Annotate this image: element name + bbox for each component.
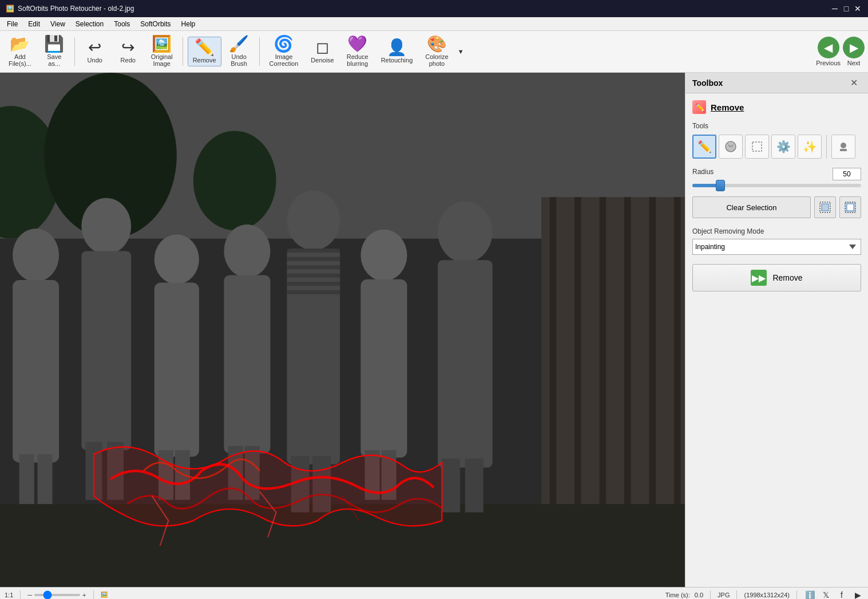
- menu-tools[interactable]: Tools: [109, 19, 134, 29]
- toolbar-undo-brush[interactable]: 🖌️ Undo Brush: [224, 33, 255, 70]
- reduce-blurring-icon: 💜: [347, 36, 367, 52]
- twitter-icon[interactable]: 𝕏: [820, 589, 831, 600]
- clear-selection-button[interactable]: Clear Selection: [692, 196, 811, 218]
- svg-point-50: [841, 143, 846, 148]
- menu-help[interactable]: Help: [177, 19, 200, 29]
- svg-rect-19: [81, 251, 131, 450]
- svg-rect-33: [312, 456, 331, 512]
- toolbar-save-as[interactable]: 💾 Save as...: [39, 33, 70, 70]
- remove-action-button[interactable]: ▶▶ Remove: [692, 264, 861, 291]
- toolbar-add-files[interactable]: 📂 Add File(s)...: [3, 33, 37, 70]
- previous-label: Previous: [816, 60, 841, 66]
- image-dimensions: (1998x1312x24): [744, 592, 790, 598]
- remove-icon: ✏️: [195, 40, 215, 56]
- maximize-button[interactable]: □: [842, 4, 851, 13]
- magic-wand-tool-button[interactable]: ✨: [798, 135, 822, 159]
- toolbar-more-dropdown[interactable]: ▼: [456, 45, 466, 58]
- stamp-icon: [837, 140, 850, 153]
- mode-select-dropdown[interactable]: Inpainting Content-Aware Fill Smear: [692, 239, 861, 255]
- image-correction-icon: 🌀: [274, 36, 294, 52]
- menu-view[interactable]: View: [46, 19, 70, 29]
- original-image-label: Original Image: [151, 53, 173, 67]
- close-button[interactable]: ✕: [853, 4, 862, 13]
- svg-rect-21: [107, 442, 124, 500]
- title-bar: 🖼️ SoftOrbits Photo Retoucher - old-2.jp…: [0, 0, 868, 17]
- separator-3: [259, 37, 260, 66]
- facebook-icon[interactable]: f: [836, 589, 847, 600]
- toolbar-undo[interactable]: ↩ Undo: [80, 37, 110, 66]
- toolbar-denoise[interactable]: ◻ Denoise: [306, 37, 339, 66]
- svg-rect-35: [287, 257, 340, 261]
- svg-rect-24: [158, 450, 173, 500]
- invert-selection-button[interactable]: [839, 196, 861, 218]
- rect-select-tool-button[interactable]: [745, 135, 769, 159]
- svg-rect-39: [287, 290, 340, 294]
- toolbar-reduce-blurring[interactable]: 💜 Reduce blurring: [342, 33, 374, 70]
- svg-point-18: [81, 198, 131, 254]
- toolbar-image-correction[interactable]: 🌀 Image Correction: [264, 33, 304, 70]
- svg-rect-29: [245, 446, 260, 500]
- svg-rect-46: [442, 459, 460, 513]
- toolbar-original-image[interactable]: 🖼️ Original Image: [146, 33, 178, 70]
- status-sep-4: [736, 590, 737, 600]
- svg-rect-9: [624, 197, 631, 587]
- toolbar-retouching[interactable]: 👤 Retouching: [376, 37, 418, 66]
- info-icon[interactable]: ℹ️: [804, 589, 815, 600]
- undo-brush-icon: 🖌️: [229, 36, 249, 52]
- remove-btn-label: Remove: [772, 273, 802, 282]
- retouching-icon: 👤: [387, 40, 407, 56]
- radius-slider-thumb[interactable]: [716, 180, 725, 191]
- svg-rect-42: [365, 450, 380, 500]
- app-icon: 🖼️: [6, 5, 14, 13]
- radius-slider-track[interactable]: [692, 184, 861, 187]
- svg-rect-31: [287, 249, 340, 464]
- minimize-button[interactable]: ─: [830, 4, 839, 13]
- svg-point-3: [44, 73, 177, 239]
- svg-rect-45: [438, 260, 493, 467]
- zoom-slider[interactable]: [34, 594, 80, 596]
- stamp-tool-button[interactable]: [831, 135, 855, 159]
- svg-rect-32: [291, 456, 310, 512]
- status-sep-1: [20, 590, 21, 600]
- youtube-icon[interactable]: ▶: [852, 589, 863, 600]
- zoom-control[interactable]: ─ +: [27, 592, 86, 598]
- retouching-label: Retouching: [381, 57, 413, 64]
- radius-slider-fill: [692, 184, 718, 187]
- select-all-button[interactable]: [814, 196, 836, 218]
- menu-softorbits[interactable]: SoftOrbits: [136, 19, 175, 29]
- undo-icon: ↩: [88, 40, 101, 56]
- previous-button[interactable]: ◀: [818, 37, 839, 58]
- original-image-icon: 🖼️: [152, 36, 172, 52]
- image-correction-label: Image Correction: [269, 53, 299, 67]
- toolbar-remove[interactable]: ✏️ Remove: [188, 37, 221, 66]
- status-sep-2: [93, 590, 94, 600]
- svg-rect-17: [37, 454, 52, 504]
- svg-rect-55: [847, 204, 854, 211]
- svg-rect-16: [19, 454, 34, 504]
- toolbar-colorize-photo[interactable]: 🎨 Colorize photo: [420, 33, 453, 70]
- svg-rect-0: [0, 73, 685, 587]
- svg-rect-13: [0, 504, 685, 587]
- menu-bar: File Edit View Selection Tools SoftOrbit…: [0, 17, 868, 31]
- menu-file[interactable]: File: [2, 19, 22, 29]
- next-button[interactable]: ▶: [843, 37, 865, 58]
- pencil-tool-button[interactable]: ✏️: [692, 135, 716, 159]
- add-files-label: Add File(s)...: [9, 53, 31, 67]
- photo-container: [0, 73, 685, 587]
- menu-edit[interactable]: Edit: [23, 19, 45, 29]
- svg-rect-37: [287, 274, 340, 278]
- photo-image: [0, 73, 685, 587]
- eraser-tool-button[interactable]: [719, 135, 743, 159]
- canvas-area[interactable]: [0, 73, 685, 587]
- toolbox-title: Toolbox: [692, 78, 723, 88]
- toolbar-redo[interactable]: ↪ Redo: [113, 37, 144, 66]
- magic-wand-settings-button[interactable]: ⚙️: [771, 135, 795, 159]
- toolbox-close-button[interactable]: ✕: [847, 76, 861, 89]
- svg-rect-41: [360, 279, 407, 458]
- radius-input[interactable]: [833, 168, 861, 180]
- add-files-icon: 📂: [10, 36, 30, 52]
- zoom-minus-icon[interactable]: ─: [27, 592, 32, 598]
- dropdown-arrow-icon: ▼: [458, 48, 464, 55]
- zoom-plus-icon[interactable]: +: [82, 592, 86, 598]
- menu-selection[interactable]: Selection: [71, 19, 108, 29]
